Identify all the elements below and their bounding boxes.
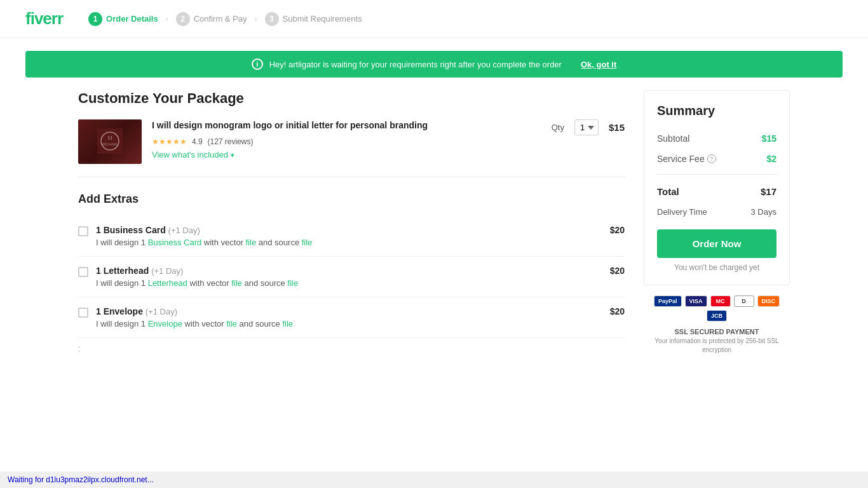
extra-checkbox-letterhead[interactable] xyxy=(78,267,88,277)
extra-tag-envelope: (+1 Day) xyxy=(146,307,177,316)
discover-icon: DISC xyxy=(757,295,780,307)
quantity-select[interactable]: 1 2 3 xyxy=(574,119,599,135)
package-title: I will design monogram logo or initial l… xyxy=(152,119,541,132)
step-3-label: Submit Requirements xyxy=(283,14,362,24)
extra-price-letterhead: $20 xyxy=(610,266,625,276)
source-file-link-bc[interactable]: file xyxy=(302,238,313,247)
qty-price: Qty 1 2 3 $15 xyxy=(552,119,625,135)
package-rating: ★★★★★ 4.9 (127 reviews) xyxy=(152,136,541,146)
package-info: I will design monogram logo or initial l… xyxy=(152,119,541,159)
thumbnail-inner: M MICHAEL xyxy=(78,119,142,164)
extra-tag-letterhead: (+1 Day) xyxy=(151,266,183,276)
step-1-number: 1 xyxy=(88,12,102,26)
view-included-link[interactable]: View what's included xyxy=(152,150,228,159)
visa-icon: VISA xyxy=(685,295,707,307)
delivery-row: Delivery Time 3 Days xyxy=(657,203,776,220)
alert-message: Hey! artligator is waiting for your requ… xyxy=(269,60,562,69)
step-arrow-2: › xyxy=(255,15,257,24)
vector-file-link-env[interactable]: file xyxy=(226,319,237,329)
package-item: M MICHAEL I will design monogram logo or… xyxy=(78,119,625,177)
alert-banner: i Hey! artligator is waiting for your re… xyxy=(25,51,843,78)
header: fiverr 1 Order Details › 2 Confirm & Pay… xyxy=(0,0,868,38)
extra-name-envelope: 1 Envelope (+1 Day) xyxy=(96,306,602,316)
thumbnail-logo: M MICHAEL xyxy=(97,128,123,155)
svg-text:M: M xyxy=(107,135,112,141)
review-count: (127 reviews) xyxy=(207,137,253,146)
letterhead-link[interactable]: Letterhead xyxy=(148,278,187,288)
extra-desc-envelope: I will design 1 Envelope with vector fil… xyxy=(96,319,602,329)
stars: ★★★★★ xyxy=(152,137,187,146)
step-arrow-1: › xyxy=(166,15,168,24)
ssl-desc: Your information is protected by 256-bit… xyxy=(644,337,790,355)
step-2-number: 2 xyxy=(176,12,190,26)
vector-file-link-bc[interactable]: file xyxy=(246,238,257,247)
mastercard-icon: MC xyxy=(710,295,731,307)
step-3[interactable]: 3 Submit Requirements xyxy=(265,12,362,26)
extra-item-business-card: 1 Business Card (+1 Day) I will design 1… xyxy=(78,216,625,257)
extra-details-envelope: 1 Envelope (+1 Day) I will design 1 Enve… xyxy=(96,306,602,329)
envelope-link[interactable]: Envelope xyxy=(148,319,182,329)
extra-item-letterhead: 1 Letterhead (+1 Day) I will design 1 Le… xyxy=(78,257,625,297)
total-row: Total $17 xyxy=(657,180,776,203)
page-title: Customize Your Package xyxy=(78,90,625,107)
business-card-link[interactable]: Business Card xyxy=(148,238,202,247)
service-fee-label-wrapper: Service Fee ? xyxy=(657,154,716,164)
vector-file-link-lh[interactable]: file xyxy=(231,278,242,288)
step-1[interactable]: 1 Order Details xyxy=(88,12,158,26)
summary-box: Summary Subtotal $15 Service Fee ? $2 To… xyxy=(644,90,790,285)
service-fee-label: Service Fee xyxy=(657,154,705,164)
alert-icon: i xyxy=(252,58,263,70)
extra-desc-business-card: I will design 1 Business Card with vecto… xyxy=(96,238,602,247)
extra-checkbox-envelope[interactable] xyxy=(78,308,88,318)
summary-panel: Summary Subtotal $15 Service Fee ? $2 To… xyxy=(644,90,790,355)
subtotal-value: $15 xyxy=(762,133,776,144)
ssl-text: SSL SECURED PAYMENT Your information is … xyxy=(644,328,790,355)
summary-title: Summary xyxy=(657,104,776,118)
extra-tag-business-card: (+1 Day) xyxy=(168,226,200,235)
subtotal-label: Subtotal xyxy=(657,133,689,144)
extras-footer: : xyxy=(78,338,625,353)
extra-price-envelope: $20 xyxy=(610,306,625,316)
extra-details-letterhead: 1 Letterhead (+1 Day) I will design 1 Le… xyxy=(96,266,602,288)
ok-got-it-link[interactable]: Ok, got it xyxy=(581,60,616,69)
steps-nav: 1 Order Details › 2 Confirm & Pay › 3 Su… xyxy=(88,12,362,26)
chevron-down-icon: ▾ xyxy=(231,151,234,159)
delivery-value: 3 Days xyxy=(751,207,776,217)
ssl-secured-label: SSL SECURED PAYMENT xyxy=(644,328,790,336)
step-3-number: 3 xyxy=(265,12,279,26)
svg-text:MICHAEL: MICHAEL xyxy=(102,142,119,146)
extra-desc-letterhead: I will design 1 Letterhead with vector f… xyxy=(96,278,602,288)
extra-checkbox-business-card[interactable] xyxy=(78,226,88,236)
source-file-link-lh[interactable]: file xyxy=(287,278,298,288)
source-file-link-env[interactable]: file xyxy=(282,319,293,329)
qty-label: Qty xyxy=(552,123,564,132)
fiverr-logo: fiverr xyxy=(25,9,63,29)
info-icon[interactable]: ? xyxy=(707,154,716,163)
extra-name-letterhead: 1 Letterhead (+1 Day) xyxy=(96,266,602,276)
payment-icons: PayPal VISA MC D DISC JCB xyxy=(644,295,790,322)
main-container: Customize Your Package M MICHAEL I w xyxy=(53,90,815,355)
rating-value: 4.9 xyxy=(192,137,203,146)
extra-item-envelope: 1 Envelope (+1 Day) I will design 1 Enve… xyxy=(78,297,625,338)
no-charge-text: You won't be charged yet xyxy=(657,263,776,272)
total-value: $17 xyxy=(761,186,776,197)
service-fee-row: Service Fee ? $2 xyxy=(657,149,776,169)
extra-price-business-card: $20 xyxy=(610,225,625,235)
extras-section: Add Extras 1 Business Card (+1 Day) I wi… xyxy=(78,193,625,353)
total-label: Total xyxy=(657,186,679,197)
step-2-label: Confirm & Pay xyxy=(194,14,247,24)
extra-details-business-card: 1 Business Card (+1 Day) I will design 1… xyxy=(96,225,602,247)
extra-name-business-card: 1 Business Card (+1 Day) xyxy=(96,225,602,235)
subtotal-row: Subtotal $15 xyxy=(657,128,776,149)
service-fee-value: $2 xyxy=(766,154,776,164)
delivery-label: Delivery Time xyxy=(657,207,707,217)
step-2[interactable]: 2 Confirm & Pay xyxy=(176,12,247,26)
package-thumbnail: M MICHAEL xyxy=(78,119,142,164)
left-panel: Customize Your Package M MICHAEL I w xyxy=(78,90,625,355)
jcb-icon: JCB xyxy=(707,310,727,322)
extras-title: Add Extras xyxy=(78,193,625,206)
step-1-label: Order Details xyxy=(106,14,158,24)
diners-icon: D xyxy=(734,295,754,307)
order-now-button[interactable]: Order Now xyxy=(657,229,776,258)
paypal-icon: PayPal xyxy=(654,295,682,307)
